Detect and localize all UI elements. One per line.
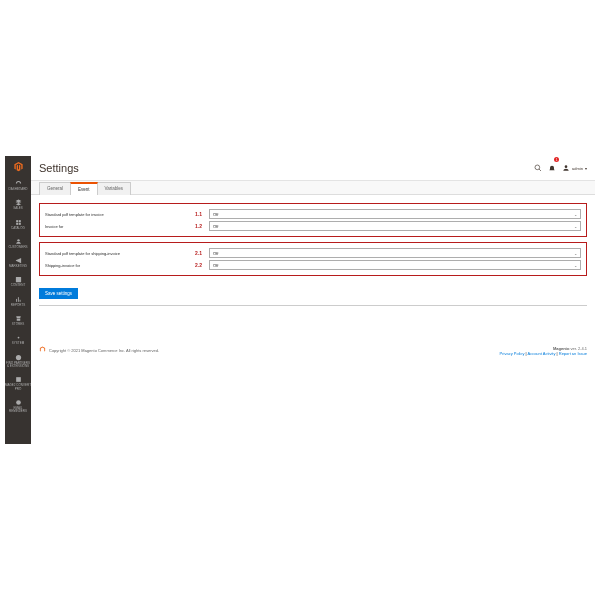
svg-point-15 xyxy=(565,165,568,168)
annotation-num: 2.1 xyxy=(195,250,202,256)
notifications-button[interactable]: 1 xyxy=(548,159,556,177)
svg-rect-7 xyxy=(17,297,18,302)
annotation-num: 1.2 xyxy=(195,223,202,229)
select-shipping-for[interactable]: Off⌄ xyxy=(209,260,581,270)
tab-variables[interactable]: Variables xyxy=(97,182,131,195)
svg-rect-1 xyxy=(18,220,20,222)
chevron-down-icon: ⌄ xyxy=(574,263,577,268)
svg-point-4 xyxy=(17,239,19,241)
footer: Copyright © 2021 Magento Commerce Inc. A… xyxy=(39,346,587,356)
label: Standard pdf template for shipping-invoi… xyxy=(45,251,120,256)
label: Shipping-invoice for xyxy=(45,263,80,268)
chevron-down-icon: ⌄ xyxy=(574,251,577,256)
sidebar-item-sales[interactable]: SALES xyxy=(5,195,31,214)
notification-badge: 1 xyxy=(554,157,559,162)
sidebar-item-content[interactable]: CONTENT xyxy=(5,272,31,291)
svg-rect-6 xyxy=(16,299,17,302)
svg-rect-8 xyxy=(19,300,20,302)
tabs: General Event Variables xyxy=(31,180,595,195)
svg-rect-11 xyxy=(16,377,21,382)
row-invoice-template: Standard pdf template for invoice1.1 Off… xyxy=(45,209,581,219)
sidebar-item-reports[interactable]: REPORTS xyxy=(5,292,31,311)
select-invoice-for[interactable]: Off⌄ xyxy=(209,221,581,231)
svg-rect-3 xyxy=(18,222,20,224)
sidebar-item-system[interactable]: SYSTEM xyxy=(5,330,31,349)
svg-point-10 xyxy=(15,355,20,360)
annotation-num: 2.2 xyxy=(195,262,202,268)
svg-point-9 xyxy=(17,337,19,339)
chevron-down-icon: ⌄ xyxy=(574,212,577,217)
bell-icon xyxy=(548,165,556,173)
row-shipping-for: Shipping-invoice for2.2 Off⌄ xyxy=(45,260,581,270)
magento-logo[interactable] xyxy=(5,156,31,176)
copyright-text: Copyright © 2021 Magento Commerce Inc. A… xyxy=(49,348,159,353)
group-invoice: Standard pdf template for invoice1.1 Off… xyxy=(39,203,587,237)
sidebar-item-customers[interactable]: CUSTOMERS xyxy=(5,234,31,253)
svg-rect-2 xyxy=(16,222,18,224)
save-button[interactable]: Save settings xyxy=(39,288,78,299)
sidebar-item-mage2[interactable]: MAGE2 CONVERT PRO xyxy=(5,372,31,395)
admin-sidebar: DASHBOARD SALES CATALOG CUSTOMERS MARKET… xyxy=(5,156,31,444)
row-shipping-template: Standard pdf template for shipping-invoi… xyxy=(45,248,581,258)
sidebar-item-dashboard[interactable]: DASHBOARD xyxy=(5,176,31,195)
tab-event[interactable]: Event xyxy=(70,182,98,195)
label: Invoice for xyxy=(45,224,63,229)
sidebar-item-catalog[interactable]: CATALOG xyxy=(5,215,31,234)
user-icon xyxy=(562,164,570,172)
report-issue-link[interactable]: Report an Issue xyxy=(559,351,587,356)
svg-line-14 xyxy=(539,169,541,171)
page-title: Settings xyxy=(39,162,79,174)
user-label: admin xyxy=(572,166,583,171)
svg-point-13 xyxy=(535,165,540,170)
magento-logo-icon xyxy=(39,346,46,354)
svg-point-12 xyxy=(16,400,21,405)
account-activity-link[interactable]: Account Activity xyxy=(527,351,555,356)
select-invoice-template[interactable]: Off⌄ xyxy=(209,209,581,219)
annotation-num: 1.1 xyxy=(195,211,202,217)
user-menu[interactable]: admin ▾ xyxy=(562,164,587,172)
chevron-down-icon: ⌄ xyxy=(574,224,577,229)
search-icon[interactable] xyxy=(534,164,542,172)
select-shipping-template[interactable]: Off⌄ xyxy=(209,248,581,258)
sidebar-item-stores[interactable]: STORES xyxy=(5,311,31,330)
svg-rect-5 xyxy=(15,277,20,282)
topbar: Settings 1 admin ▾ xyxy=(31,156,595,180)
privacy-link[interactable]: Privacy Policy xyxy=(500,351,525,356)
sidebar-item-marketing[interactable]: MARKETING xyxy=(5,253,31,272)
svg-rect-0 xyxy=(16,220,18,222)
label: Standard pdf template for invoice xyxy=(45,212,104,217)
sidebar-item-reminders[interactable]: EMAIL REMINDERS xyxy=(5,395,31,418)
tab-general[interactable]: General xyxy=(39,182,71,195)
group-shipping: Standard pdf template for shipping-invoi… xyxy=(39,242,587,276)
sidebar-item-partners[interactable]: FIND PARTNERS & EXTENSIONS xyxy=(5,350,31,373)
chevron-down-icon: ▾ xyxy=(585,166,587,171)
row-invoice-for: Invoice for1.2 Off⌄ xyxy=(45,221,581,231)
